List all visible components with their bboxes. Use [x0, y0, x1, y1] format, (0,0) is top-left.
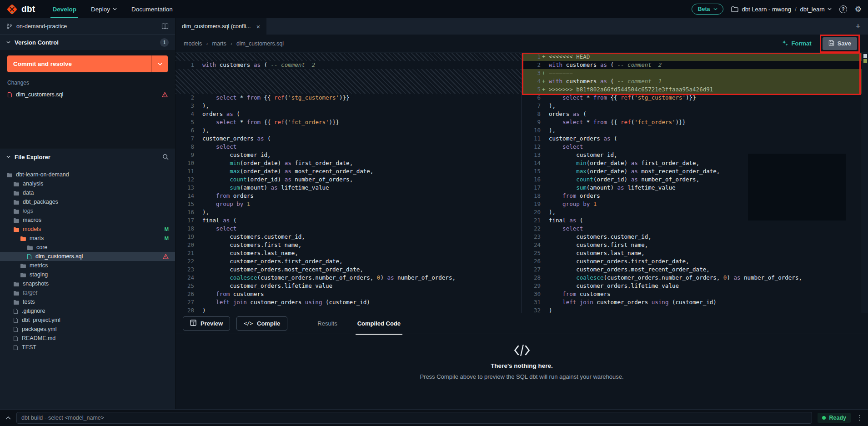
tree-item-logs[interactable]: logs	[0, 206, 175, 216]
code-line[interactable]: 7),	[522, 102, 868, 110]
docs-book-icon[interactable]	[161, 23, 169, 29]
code-line[interactable]: 23 customers.customer_id,	[522, 233, 868, 241]
code-line[interactable]: 24 coalesce(customer_orders.number_of_or…	[176, 274, 522, 282]
code-line[interactable]: 11customer_orders as (	[522, 135, 868, 143]
tree-item-marts[interactable]: martsM	[0, 234, 175, 243]
preview-button[interactable]: Preview	[183, 316, 230, 331]
code-line[interactable]: 10),	[522, 126, 868, 135]
new-tab-button[interactable]: +	[848, 18, 868, 35]
nav-item-documentation[interactable]: Documentation	[124, 0, 180, 18]
command-input[interactable]: dbt build --select <model_name>	[16, 412, 812, 424]
code-line[interactable]: 21 customers.last_name,	[176, 249, 522, 257]
commit-and-resolve-button[interactable]: Commit and resolve	[7, 55, 168, 72]
code-line[interactable]: 3+=======	[522, 69, 868, 77]
code-line[interactable]: 10 min(order_date) as first_order_date,	[176, 159, 522, 167]
changed-file-dim_customers.sql[interactable]: dim_customers.sql	[7, 91, 168, 98]
code-line[interactable]: 23 customer_orders.most_recent_order_dat…	[176, 266, 522, 274]
code-line[interactable]: 12 select	[522, 143, 868, 151]
breadcrumb-item[interactable]: dim_customers.sql	[236, 40, 284, 47]
code-line[interactable]: 24 customers.first_name,	[522, 241, 868, 249]
tree-item-data[interactable]: data	[0, 188, 175, 197]
code-line[interactable]: 9 select * from {{ ref('fct_orders')}}	[522, 118, 868, 126]
save-button[interactable]: Save	[823, 37, 857, 50]
code-line[interactable]: 32)	[522, 306, 868, 313]
code-line[interactable]: 4orders as (	[176, 110, 522, 118]
code-line[interactable]: 25 customer_orders.lifetime_value	[176, 282, 522, 290]
panel-tab-compiled-code[interactable]: Compiled Code	[356, 313, 402, 334]
code-line[interactable]: 28 coalesce(customer_orders.number_of_or…	[522, 274, 868, 282]
code-line[interactable]: 11 max(order_date) as most_recent_order_…	[176, 167, 522, 175]
code-line[interactable]: 12 count(order_id) as number_of_orders,	[176, 175, 522, 184]
code-line[interactable]: 15 group by 1	[176, 200, 522, 208]
code-line[interactable]: 4+with customers as ( -- comment 1	[522, 77, 868, 85]
code-line[interactable]: 13 sum(amount) as lifetime_value	[176, 184, 522, 192]
editor-pane-result[interactable]: 1with customers as ( -- comment 22 selec…	[176, 53, 522, 313]
tree-item-staging[interactable]: staging	[0, 270, 175, 279]
code-line[interactable]: 5+>>>>>>> b81f802a66fd544504c65721e3ffaa…	[522, 85, 868, 94]
tree-item-target[interactable]: target	[0, 288, 175, 297]
commit-options-chevron[interactable]	[151, 55, 168, 72]
code-line[interactable]: 26 from customers	[176, 290, 522, 298]
code-line[interactable]: 14 from orders	[176, 192, 522, 200]
code-line[interactable]: 6),	[176, 126, 522, 135]
chevron-up-icon[interactable]	[5, 416, 11, 420]
tree-item-dim_customers.sql[interactable]: dim_customers.sql	[0, 252, 175, 261]
code-line[interactable]: 5 select * from {{ ref('fct_orders')}}	[176, 118, 522, 126]
code-line[interactable]: 27 customer_orders.most_recent_order_dat…	[522, 266, 868, 274]
code-line[interactable]: 7customer_orders as (	[176, 135, 522, 143]
nav-item-develop[interactable]: Develop	[45, 0, 84, 18]
tree-item-dbt_project.yml[interactable]: dbt_project.yml	[0, 316, 175, 325]
tree-item-packages.yml[interactable]: packages.yml	[0, 325, 175, 334]
compile-button[interactable]: </> Compile	[236, 316, 287, 331]
code-line[interactable]: 17final as (	[176, 216, 522, 225]
code-line[interactable]: 2with customers as ( -- comment 2	[522, 61, 868, 69]
account-name[interactable]: dbt Learn - mwong	[742, 6, 791, 13]
version-control-header[interactable]: Version Control 1	[0, 35, 175, 50]
breadcrumb-item[interactable]: models	[184, 40, 202, 47]
format-button[interactable]: Format	[782, 40, 812, 48]
code-line[interactable]: 28)	[176, 306, 522, 313]
tab-dim-customers[interactable]: dim_customers.sql (confli... ×	[176, 18, 266, 35]
code-line[interactable]: 19 customers.customer_id,	[176, 233, 522, 241]
tree-item-core[interactable]: core	[0, 243, 175, 252]
code-line[interactable]: 29 customer_orders.lifetime_value	[522, 282, 868, 290]
search-icon[interactable]	[162, 154, 169, 160]
tree-item-snapshots[interactable]: snapshots	[0, 279, 175, 288]
code-line[interactable]: 9 customer_id,	[176, 151, 522, 159]
panel-tab-results[interactable]: Results	[316, 313, 339, 334]
tree-item-models[interactable]: modelsM	[0, 225, 175, 234]
kebab-menu-icon[interactable]: ⋮	[856, 414, 863, 422]
code-line[interactable]: 1with customers as ( -- comment 2	[176, 61, 522, 69]
tree-item-tests[interactable]: tests	[0, 297, 175, 306]
code-line[interactable]: 22 customer_orders.first_order_date,	[176, 257, 522, 266]
git-branch-selector[interactable]: on-demand-practice	[0, 18, 175, 35]
code-line[interactable]: 30 from customers	[522, 290, 868, 298]
overview-ruler[interactable]	[862, 53, 868, 313]
help-icon[interactable]: ?	[839, 5, 847, 13]
code-line[interactable]: 22 select	[522, 225, 868, 233]
code-line[interactable]: 8orders as (	[522, 110, 868, 118]
tree-item-macros[interactable]: macros	[0, 216, 175, 225]
code-line[interactable]: 26 customer_orders.first_order_date,	[522, 257, 868, 266]
tree-item-dbt_packages[interactable]: dbt_packages	[0, 197, 175, 206]
dbt-logo[interactable]: dbt	[6, 4, 35, 15]
breadcrumb-item[interactable]: marts	[212, 40, 226, 47]
code-line[interactable]: 31 left join customer_orders using (cust…	[522, 298, 868, 306]
tree-item-metrics[interactable]: metrics	[0, 261, 175, 270]
tree-item-README.md[interactable]: README.md	[0, 334, 175, 343]
code-line[interactable]: 6 select * from {{ ref('stg_customers')}…	[522, 94, 868, 102]
code-line[interactable]: 8 select	[176, 143, 522, 151]
close-icon[interactable]: ×	[256, 23, 260, 30]
code-line[interactable]: 18 select	[176, 225, 522, 233]
code-line[interactable]: 2 select * from {{ ref('stg_customers')}…	[176, 94, 522, 102]
tree-item-dbt-learn-on-demand[interactable]: dbt-learn-on-demand	[0, 170, 175, 179]
settings-gear-icon[interactable]: ⚙	[855, 5, 862, 13]
nav-item-deploy[interactable]: Deploy	[84, 0, 124, 18]
file-explorer-header[interactable]: File Explorer	[0, 149, 175, 165]
code-line[interactable]: 20 customers.first_name,	[176, 241, 522, 249]
tree-item-TEST[interactable]: TEST	[0, 343, 175, 352]
code-line[interactable]: 27 left join customer_orders using (cust…	[176, 298, 522, 306]
tree-item-analysis[interactable]: analysis	[0, 179, 175, 188]
tree-item-.gitignore[interactable]: .gitignore	[0, 306, 175, 316]
code-line[interactable]: 3),	[176, 102, 522, 110]
